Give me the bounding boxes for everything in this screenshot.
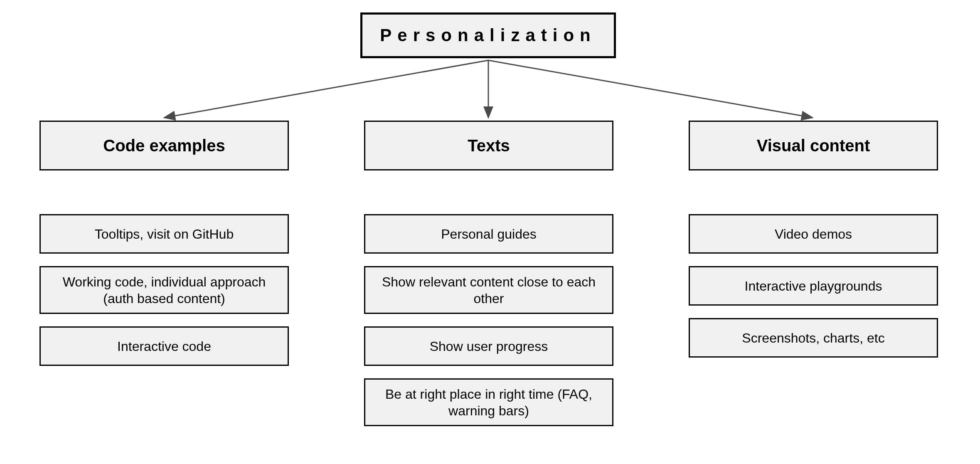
category-label: Visual content	[757, 136, 870, 155]
item-label: Show user progress	[430, 338, 548, 355]
item-box: Personal guides	[364, 214, 613, 254]
item-label: Video demos	[775, 226, 852, 242]
item-label: Personal guides	[441, 226, 536, 242]
root-node: Personalization	[360, 12, 616, 58]
item-label: Interactive code	[117, 338, 211, 355]
item-box: Video demos	[689, 214, 938, 254]
category-texts: Texts	[364, 121, 613, 170]
item-box: Show user progress	[364, 326, 613, 366]
item-label: Be at right place in right time (FAQ, wa…	[372, 386, 606, 419]
item-box: Tooltips, visit on GitHub	[39, 214, 289, 254]
item-label: Screenshots, charts, etc	[742, 330, 884, 346]
item-box: Working code, individual approach (auth …	[39, 266, 289, 314]
item-box: Screenshots, charts, etc	[689, 318, 938, 358]
item-label: Show relevant content close to each othe…	[372, 274, 606, 307]
svg-line-3	[488, 60, 813, 118]
item-box: Show relevant content close to each othe…	[364, 266, 613, 314]
item-label: Interactive playgrounds	[745, 278, 882, 294]
item-box: Interactive playgrounds	[689, 266, 938, 306]
item-box: Be at right place in right time (FAQ, wa…	[364, 378, 613, 426]
category-visual-content: Visual content	[689, 121, 938, 170]
category-label: Texts	[468, 136, 510, 155]
item-box: Interactive code	[39, 326, 289, 366]
item-label: Working code, individual approach (auth …	[47, 274, 281, 307]
root-title: Personalization	[380, 25, 596, 45]
category-label: Code examples	[103, 136, 225, 155]
item-label: Tooltips, visit on GitHub	[95, 226, 234, 242]
category-code-examples: Code examples	[39, 121, 289, 170]
svg-line-1	[164, 60, 488, 118]
